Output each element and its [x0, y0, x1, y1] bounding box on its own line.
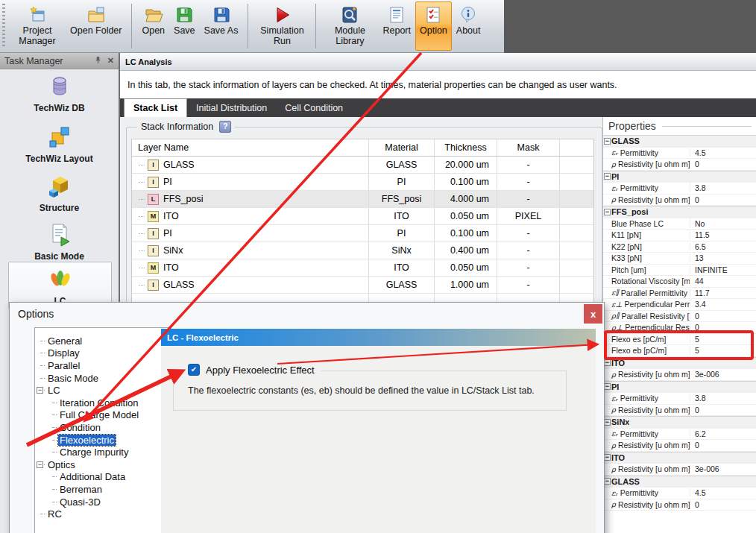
collapse-expander-icon[interactable]: −	[604, 478, 611, 485]
property-value[interactable]: 0	[690, 406, 756, 414]
tree-item[interactable]: Full Charge Model	[35, 409, 171, 422]
sidebar-item-basic-mode[interactable]: Basic Mode	[0, 221, 119, 262]
collapse-expander-icon[interactable]: −	[604, 419, 611, 426]
property-row[interactable]: − ITO	[603, 452, 756, 464]
tree-item[interactable]: RC	[35, 508, 171, 520]
tree-item[interactable]: Iteration Condition	[35, 397, 171, 409]
dialog-close-button[interactable]: x	[584, 304, 602, 324]
property-row[interactable]: − ITO	[603, 357, 756, 370]
tree-item[interactable]: General	[35, 335, 171, 347]
open-button[interactable]: Open	[137, 1, 169, 51]
simulation-run-button[interactable]: Simulation Run	[253, 1, 310, 51]
property-value[interactable]: 3e-006	[690, 464, 756, 473]
sidebar-item-techwiz-layout[interactable]: TechWiz Layout	[0, 123, 119, 164]
tab-stack-list[interactable]: Stack List	[124, 98, 187, 117]
tab-initial-distribution[interactable]: Initial Distribution	[187, 98, 276, 117]
sidebar-item-structure[interactable]: Structure	[0, 172, 119, 213]
property-row[interactable]: Pitch [um] INFINITE	[603, 265, 756, 277]
property-row[interactable]: ε⊥ Perpendicular Permi... 3.4	[603, 299, 756, 311]
tree-item[interactable]: Condition	[35, 421, 171, 434]
property-row[interactable]: − GLASS	[603, 135, 756, 148]
save-button[interactable]: Save	[169, 1, 200, 51]
property-value[interactable]: 0	[690, 160, 756, 168]
property-row[interactable]: ρ Resistivity [u ohm m] 0	[603, 440, 756, 452]
apply-flexoelectric-checkbox[interactable]: ✔	[188, 364, 200, 376]
tree-expander-icon[interactable]: −	[37, 387, 43, 394]
property-row[interactable]: Flexo eb [pC/m] 5	[603, 345, 756, 357]
property-row[interactable]: − GLASS	[603, 476, 756, 488]
property-value[interactable]: 13	[690, 253, 756, 262]
table-row[interactable]: IGLASS GLASS 20.000 um -	[132, 157, 593, 174]
property-row[interactable]: − PI	[603, 171, 756, 183]
property-value[interactable]: 3e-006	[690, 370, 756, 379]
property-value[interactable]: 3.8	[690, 183, 756, 192]
module-library-button[interactable]: Module Library	[321, 1, 378, 51]
property-row[interactable]: K11 [pN] 11.5	[603, 230, 756, 242]
property-value[interactable]: 0	[690, 323, 756, 332]
tree-item[interactable]: Berreman	[35, 483, 171, 496]
property-value[interactable]: 0	[690, 500, 756, 509]
property-row[interactable]: Flexo es [pC/m] 5	[603, 334, 756, 346]
property-value[interactable]: 6.2	[690, 429, 756, 438]
property-value[interactable]: 4.5	[690, 488, 756, 497]
tree-item[interactable]: Parallel	[35, 359, 171, 372]
table-row[interactable]: IPI PI 0.100 um -	[132, 174, 593, 191]
property-row[interactable]: − FFS_posi	[603, 206, 756, 218]
property-value[interactable]: 11.5	[690, 230, 756, 239]
property-value[interactable]: 3.4	[690, 300, 756, 309]
collapse-expander-icon[interactable]: −	[604, 173, 611, 180]
tree-item[interactable]: Display	[35, 347, 171, 360]
property-row[interactable]: K22 [pN] 6.5	[603, 242, 756, 253]
property-row[interactable]: ρ Resistivity [u ohm m] 0	[603, 159, 756, 171]
save-as-button[interactable]: Save As	[200, 1, 243, 51]
property-row[interactable]: ρ⊥ Perpendicular Resist... 0	[603, 322, 756, 334]
tab-cell-condition[interactable]: Cell Condition	[276, 98, 352, 117]
property-row[interactable]: εᵣ Permittivity 3.8	[603, 393, 756, 405]
pin-icon[interactable]	[94, 56, 102, 66]
option-button[interactable]: Option	[415, 1, 452, 51]
property-value[interactable]: 11.7	[690, 288, 756, 297]
property-row[interactable]: εᵣ Permittivity 4.5	[603, 148, 756, 160]
property-value[interactable]: No	[690, 219, 756, 228]
property-row[interactable]: ρ Resistivity [u ohm m] 3e-006	[603, 464, 756, 476]
property-row[interactable]: εᵣ Permittivity 4.5	[603, 488, 756, 499]
collapse-expander-icon[interactable]: −	[604, 138, 611, 145]
tree-item[interactable]: − LC	[35, 384, 171, 397]
table-row[interactable]: IPI PI 0.100 um -	[132, 225, 593, 242]
table-row[interactable]: MITO ITO 0.050 um -	[132, 259, 593, 277]
collapse-expander-icon[interactable]: −	[604, 209, 611, 215]
sidebar-item-techwiz-db[interactable]: TechWiz DB	[0, 72, 119, 113]
property-value[interactable]: 5	[690, 346, 756, 355]
property-row[interactable]: − SiNx	[603, 416, 756, 429]
collapse-expander-icon[interactable]: −	[604, 359, 611, 366]
close-icon[interactable]: ✕	[107, 56, 114, 66]
tree-item[interactable]: Additional Data	[35, 471, 171, 484]
property-value[interactable]: 44	[690, 277, 756, 286]
property-row[interactable]: − PI	[603, 381, 756, 394]
tree-item[interactable]: Basic Mode	[35, 372, 171, 385]
property-value[interactable]: INFINITE	[690, 265, 756, 274]
property-row[interactable]: ρ Resistivity [u ohm m] 0	[603, 405, 756, 417]
property-row[interactable]: εᵣ Permittivity 3.8	[603, 183, 756, 195]
property-row[interactable]: Blue Phase LC No	[603, 218, 756, 230]
open-folder-button[interactable]: Open Folder	[66, 1, 126, 51]
property-value[interactable]: 4.5	[690, 148, 756, 157]
table-row[interactable]: ISiNx SiNx 0.400 um -	[132, 242, 593, 259]
property-value[interactable]: 0	[690, 312, 756, 321]
property-row[interactable]: ε∥ Parallel Permittivity 11.7	[603, 288, 756, 300]
property-value[interactable]: 5	[690, 335, 756, 344]
property-row[interactable]: ρ∥ Parallel Resistivity [... 0	[603, 311, 756, 323]
property-row[interactable]: ρ Resistivity [u ohm m] 0	[603, 195, 756, 206]
report-button[interactable]: Report	[378, 1, 415, 51]
table-row[interactable]: IGLASS GLASS 1.000 um -	[132, 277, 593, 294]
table-row[interactable]: MITO ITO 0.050 um PIXEL	[132, 208, 593, 225]
tree-item[interactable]: Quasi-3D	[35, 496, 171, 508]
property-row[interactable]: K33 [pN] 13	[603, 253, 756, 265]
property-value[interactable]: 3.8	[690, 394, 756, 403]
table-row[interactable]: LFFS_posi FFS_posi 4.000 um -	[132, 191, 593, 208]
collapse-expander-icon[interactable]: −	[604, 454, 611, 461]
property-value[interactable]: 0	[690, 441, 756, 450]
property-value[interactable]: 6.5	[690, 242, 756, 251]
property-row[interactable]: Rotational Viscosity [mP... 44	[603, 276, 756, 288]
tree-item[interactable]: Charge Impurity	[35, 446, 171, 458]
